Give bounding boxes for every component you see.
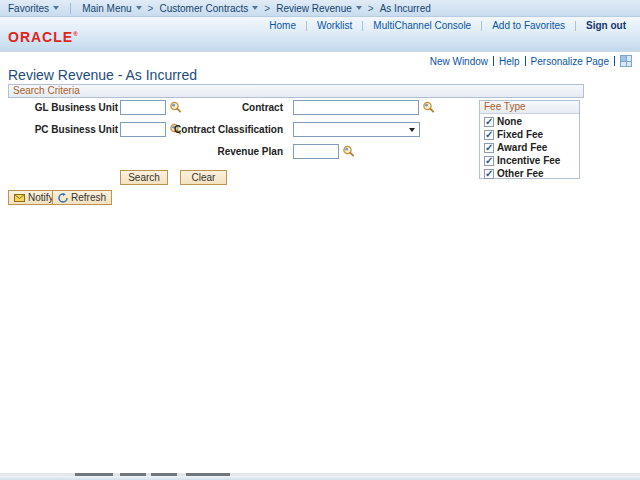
award-fee-checkbox[interactable] — [484, 143, 494, 153]
breadcrumb-label: As Incurred — [380, 3, 431, 14]
registered-mark: ® — [73, 31, 77, 37]
breadcrumb-label: Customer Contracts — [159, 3, 248, 14]
breadcrumb-label: Review Revenue — [276, 3, 352, 14]
menu-main-menu[interactable]: Main Menu — [82, 3, 141, 14]
breadcrumb-customer-contracts[interactable]: Customer Contracts — [159, 3, 258, 14]
utility-links: Home Worklist MultiChannel Console Add t… — [259, 18, 636, 33]
home-link[interactable]: Home — [259, 20, 306, 31]
none-checkbox[interactable] — [484, 117, 494, 127]
help-link[interactable]: Help — [499, 56, 520, 67]
header-band: Home Worklist MultiChannel Console Add t… — [0, 17, 640, 52]
menu-favorites-label: Favorites — [8, 3, 49, 14]
sign-out-link[interactable]: Sign out — [576, 20, 636, 31]
pc-business-unit-label: PC Business Unit — [0, 124, 118, 135]
breadcrumb-separator: > — [264, 3, 270, 14]
fee-type-option-other-fee: Other Fee — [484, 168, 579, 179]
oracle-logo-text: ORACLE — [8, 29, 73, 45]
oracle-logo: ORACLE® — [8, 29, 78, 45]
other-fee-checkbox[interactable] — [484, 169, 494, 179]
divider — [70, 3, 71, 14]
other-fee-label: Other Fee — [497, 168, 544, 179]
fee-type-option-award-fee: Award Fee — [484, 142, 579, 153]
breadcrumb-review-revenue[interactable]: Review Revenue — [276, 3, 362, 14]
status-strip-base — [0, 476, 640, 480]
search-criteria-header: Search Criteria — [8, 84, 584, 98]
divider — [614, 56, 615, 66]
incentive-fee-label: Incentive Fee — [497, 155, 560, 166]
caret-down-icon — [356, 6, 362, 10]
menu-favorites[interactable]: Favorites — [8, 3, 59, 14]
bottom-status-strip — [0, 473, 640, 480]
fixed-fee-label: Fixed Fee — [497, 129, 543, 140]
gl-business-unit-label: GL Business Unit — [0, 102, 118, 113]
notify-envelope-icon — [14, 194, 25, 202]
caret-down-icon — [252, 6, 258, 10]
divider — [525, 56, 526, 66]
breadcrumb-separator: > — [368, 3, 374, 14]
multichannel-console-link[interactable]: MultiChannel Console — [363, 20, 481, 31]
copy-url-grid-icon[interactable] — [620, 55, 632, 67]
contract-lookup-icon[interactable] — [422, 101, 435, 114]
add-to-favorites-link[interactable]: Add to Favorites — [482, 20, 575, 31]
revenue-plan-label: Revenue Plan — [150, 146, 283, 157]
contract-classification-select[interactable] — [293, 122, 420, 137]
fee-type-groupbox: Fee Type None Fixed Fee Award Fee Incent… — [479, 100, 580, 179]
fee-type-option-fixed-fee: Fixed Fee — [484, 129, 579, 140]
divider — [493, 56, 494, 66]
worklist-link[interactable]: Worklist — [307, 20, 362, 31]
fee-type-header: Fee Type — [480, 101, 579, 114]
contract-label: Contract — [150, 102, 283, 113]
clear-button[interactable]: Clear — [180, 170, 227, 185]
peoplesoft-window: Favorites Main Menu > Customer Contracts… — [0, 0, 640, 480]
fee-type-option-incentive-fee: Incentive Fee — [484, 155, 579, 166]
search-button[interactable]: Search — [120, 170, 168, 185]
incentive-fee-checkbox[interactable] — [484, 156, 494, 166]
breadcrumb-as-incurred[interactable]: As Incurred — [380, 3, 431, 14]
contract-classification-label: Contract Classification — [120, 124, 283, 135]
personalize-page-link[interactable]: Personalize Page — [531, 56, 609, 67]
page-content: New Window Help Personalize Page Review … — [0, 53, 640, 480]
fixed-fee-checkbox[interactable] — [484, 130, 494, 140]
caret-down-icon — [53, 6, 59, 10]
dropdown-arrow-icon — [409, 128, 415, 132]
notify-label: Notify — [28, 192, 54, 203]
revenue-plan-lookup-icon[interactable] — [342, 145, 355, 158]
revenue-plan-input[interactable] — [293, 144, 339, 159]
menu-main-menu-label: Main Menu — [82, 3, 131, 14]
breadcrumb-separator: > — [148, 3, 154, 14]
breadcrumb: Favorites Main Menu > Customer Contracts… — [0, 0, 640, 17]
refresh-button[interactable]: Refresh — [52, 190, 112, 205]
new-window-link[interactable]: New Window — [430, 56, 488, 67]
refresh-icon — [58, 193, 68, 203]
refresh-label: Refresh — [71, 192, 106, 203]
caret-down-icon — [136, 6, 142, 10]
page-title: Review Revenue - As Incurred — [8, 67, 197, 83]
fee-type-option-none: None — [484, 116, 579, 127]
contract-input[interactable] — [293, 100, 419, 115]
award-fee-label: Award Fee — [497, 142, 547, 153]
none-label: None — [497, 116, 522, 127]
page-toolbar: New Window Help Personalize Page — [430, 55, 632, 67]
